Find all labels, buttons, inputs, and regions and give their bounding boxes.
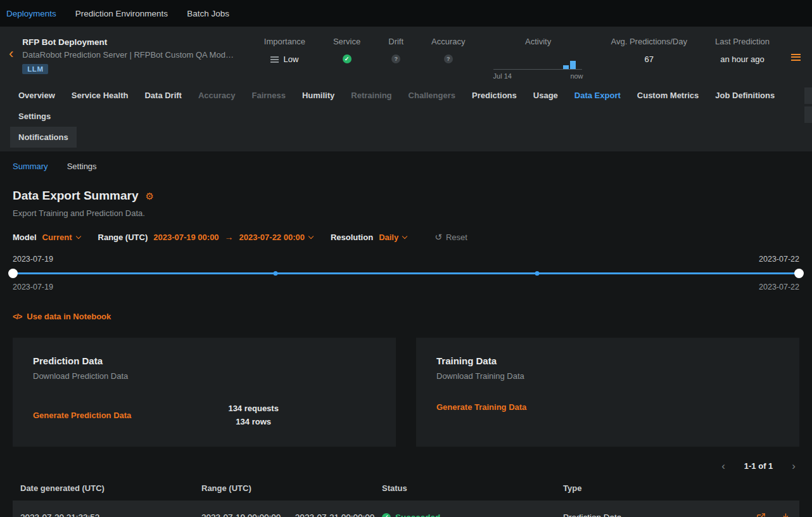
service-health-check-icon: ✓ [343, 54, 352, 63]
column-header-type: Type [555, 483, 739, 493]
tab-fairness: Fairness [244, 85, 294, 106]
tab-service-health[interactable]: Service Health [63, 85, 137, 106]
code-icon: </> [13, 312, 22, 321]
tab-settings[interactable]: Settings [10, 106, 59, 127]
deployment-subtitle: DataRobot Prediction Server | RFPBot Cus… [22, 50, 245, 60]
model-select[interactable]: Current [42, 233, 80, 242]
slider-start-label-top: 2023-07-19 [13, 255, 53, 264]
pagination-prev-button[interactable]: ‹ [721, 461, 725, 471]
tab-retraining: Retraining [343, 85, 400, 106]
generate-training-data-button[interactable]: Generate Training Data [436, 402, 526, 412]
success-check-icon: ✓ [382, 513, 391, 517]
data-export-content: Summary Settings Data Export Summary ⚙ E… [0, 162, 812, 517]
range-end-select[interactable]: 2023-07-22 00:00 [239, 233, 313, 242]
deployment-title-block: RFP Bot Deployment DataRobot Prediction … [22, 34, 245, 74]
stat-drift: Drift ? [388, 37, 403, 63]
stat-activity-label: Activity [493, 37, 583, 46]
download-icon [781, 513, 790, 517]
export-history-table: Date generated (UTC) Range (UTC) Status … [13, 476, 799, 517]
nav-batch-jobs[interactable]: Batch Jobs [187, 9, 229, 18]
download-export-button[interactable] [781, 513, 790, 517]
chevron-left-icon: ‹ [721, 460, 725, 472]
tab-overflow-indicator [804, 87, 812, 123]
tab-notifications[interactable]: Notifications [10, 127, 77, 148]
top-navigation: Deployments Prediction Environments Batc… [0, 0, 812, 27]
model-filter: Model Current [13, 233, 80, 242]
model-filter-label: Model [13, 233, 37, 242]
stat-last-prediction-value: an hour ago [720, 54, 764, 64]
tab-data-export[interactable]: Data Export [566, 85, 629, 106]
generate-prediction-data-button[interactable]: Generate Prediction Data [33, 411, 131, 420]
chevron-down-icon [75, 233, 80, 238]
nav-deployments[interactable]: Deployments [6, 9, 56, 18]
cell-type: Prediction Data [555, 513, 739, 517]
tab-predictions[interactable]: Predictions [464, 85, 525, 106]
nav-prediction-environments[interactable]: Prediction Environments [75, 9, 168, 18]
tab-custom-metrics[interactable]: Custom Metrics [629, 85, 707, 106]
drift-unknown-icon[interactable]: ? [391, 54, 400, 63]
export-settings-gear-button[interactable]: ⚙ [146, 191, 154, 201]
cell-actions [739, 513, 799, 517]
slider-datapoint [535, 271, 540, 276]
stat-service-label: Service [333, 37, 360, 46]
slider-handle-right[interactable] [794, 269, 804, 278]
tab-overview[interactable]: Overview [10, 85, 63, 106]
stat-importance-value: Low [283, 54, 298, 64]
stat-avg-predictions: Avg. Predictions/Day 67 [611, 37, 687, 64]
slider-start-label-bottom: 2023-07-19 [13, 283, 53, 291]
table-row: 2023-07-20 21:33:52 2023-07-19 00:00:00→… [13, 501, 799, 517]
status-badge: Succeeded [395, 513, 440, 517]
deployment-header: ‹ RFP Bot Deployment DataRobot Predictio… [0, 27, 812, 85]
resolution-select[interactable]: Daily [379, 233, 407, 242]
deployment-actions-menu-button[interactable] [791, 34, 801, 62]
deployment-stats: Importance Low Service ✓ Drift ? Accura [264, 34, 770, 80]
stat-accuracy: Accuracy ? [431, 37, 465, 63]
stat-activity: Activity Jul 14 now [493, 37, 583, 80]
prediction-rows-count: 134 rows [131, 416, 376, 429]
range-filter: Range (UTC) 2023-07-19 00:00 → 2023-07-2… [98, 232, 313, 242]
reset-button[interactable]: ↺ Reset [435, 232, 467, 242]
stat-drift-label: Drift [388, 37, 403, 46]
column-header-date-generated: Date generated (UTC) [13, 483, 194, 493]
tab-job-definitions[interactable]: Job Definitions [707, 85, 783, 106]
subtab-summary[interactable]: Summary [13, 162, 48, 171]
chevron-left-icon: ‹ [9, 46, 13, 61]
tab-challengers: Challengers [400, 85, 464, 106]
resolution-filter-label: Resolution [331, 233, 373, 242]
table-pagination: ‹ 1-1 of 1 › [13, 461, 799, 471]
stat-importance-label: Importance [264, 37, 305, 46]
stat-avg-predictions-label: Avg. Predictions/Day [611, 37, 687, 46]
slider-track[interactable] [13, 272, 799, 274]
prediction-data-card: Prediction Data Download Prediction Data… [13, 338, 396, 447]
column-header-status: Status [374, 483, 555, 493]
importance-lines-icon [270, 56, 279, 63]
column-header-range: Range (UTC) [194, 483, 374, 493]
prediction-data-card-title: Prediction Data [33, 355, 376, 366]
prediction-requests-count: 134 requests [131, 402, 376, 416]
table-header-row: Date generated (UTC) Range (UTC) Status … [13, 476, 799, 501]
accuracy-unknown-icon[interactable]: ? [444, 54, 453, 63]
range-start-select[interactable]: 2023-07-19 00:00 [153, 233, 219, 242]
pagination-next-button[interactable]: › [792, 461, 796, 471]
slider-end-label-bottom: 2023-07-22 [759, 283, 799, 291]
slider-handle-left[interactable] [8, 269, 18, 278]
cell-date-generated: 2023-07-20 21:33:52 [13, 513, 194, 517]
activity-end-label: now [570, 72, 583, 80]
cell-status: ✓ Succeeded [374, 513, 555, 517]
open-export-button[interactable] [756, 513, 766, 517]
tab-usage[interactable]: Usage [525, 85, 566, 106]
back-button[interactable]: ‹ [4, 34, 17, 61]
page-title: Data Export Summary [13, 189, 139, 203]
stat-avg-predictions-value: 67 [645, 54, 654, 64]
resolution-filter: Resolution Daily [331, 233, 407, 242]
tab-humility[interactable]: Humility [294, 85, 343, 106]
training-data-card: Training Data Download Training Data Gen… [416, 338, 799, 447]
arrow-right-icon: → [225, 232, 234, 242]
export-cards: Prediction Data Download Prediction Data… [13, 338, 799, 447]
subtab-settings[interactable]: Settings [67, 162, 97, 171]
tab-data-drift[interactable]: Data Drift [136, 85, 190, 106]
use-data-in-notebook-link[interactable]: </> Use data in Notebook [13, 312, 111, 321]
gear-icon: ⚙ [146, 191, 154, 201]
slider-datapoint [273, 271, 277, 276]
date-range-slider: 2023-07-19 2023-07-22 2023-07-19 2023-07… [13, 255, 799, 291]
